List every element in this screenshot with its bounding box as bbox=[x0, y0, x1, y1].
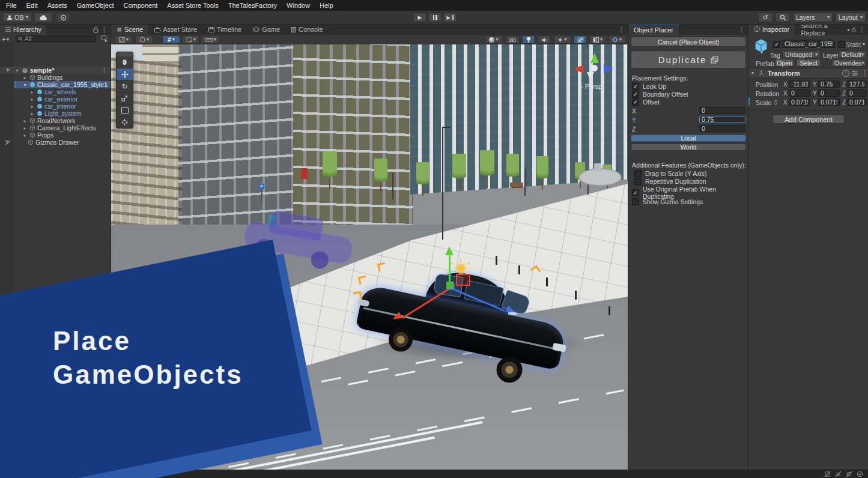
axis-x-cone[interactable] bbox=[574, 65, 583, 73]
scale-link-icon[interactable] bbox=[772, 100, 779, 105]
snap-increment-button[interactable]: ▾ bbox=[202, 35, 220, 44]
tab-asset-store[interactable]: Asset Store bbox=[149, 24, 203, 35]
camera-view-button[interactable]: ▾ bbox=[589, 35, 606, 44]
scene-viewport[interactable]: P bbox=[111, 44, 628, 470]
2d-toggle-button[interactable]: 2D bbox=[505, 35, 520, 44]
tab-overflow-arrow[interactable]: ▸ bbox=[848, 27, 850, 32]
prefab-overrides-dropdown[interactable]: Overrides▾ bbox=[831, 59, 866, 67]
menu-assets[interactable]: Assets bbox=[47, 2, 67, 9]
tab-inspector[interactable]: ⓘ Inspector bbox=[748, 24, 795, 35]
transform-kebab[interactable]: ⋮ bbox=[861, 70, 868, 76]
tab-hierarchy[interactable]: Hierarchy bbox=[0, 24, 47, 35]
static-dropdown-caret[interactable]: ▾ bbox=[863, 42, 865, 47]
check-boundary-offset[interactable]: ✓ Boundary Offset bbox=[632, 91, 688, 98]
hierarchy-item-car-exterior[interactable]: ▸ car_exterior bbox=[14, 95, 111, 103]
scene-picker-icon[interactable] bbox=[102, 35, 108, 42]
gizmo-y-arrow[interactable] bbox=[445, 246, 454, 255]
tab-search-replace[interactable]: Search & Replace bbox=[795, 24, 848, 35]
layout-dropdown[interactable]: Layout▾ bbox=[836, 13, 866, 22]
prefab-open-button[interactable]: Open bbox=[775, 59, 794, 67]
active-checkbox[interactable]: ✓ bbox=[773, 41, 780, 48]
scale-tool-button[interactable] bbox=[117, 92, 133, 104]
hierarchy-item-gizmos-drawer[interactable]: Gizmos Drawer bbox=[14, 139, 111, 146]
pointer-icon[interactable] bbox=[5, 67, 11, 73]
position-z-input[interactable] bbox=[847, 80, 867, 88]
menu-file[interactable]: File bbox=[6, 2, 17, 9]
cloud-button[interactable] bbox=[34, 13, 52, 22]
scene-effects-button[interactable]: ▾ bbox=[553, 35, 571, 44]
tab-game[interactable]: Game bbox=[247, 24, 286, 35]
help-icon[interactable]: ? bbox=[842, 70, 849, 77]
tag-dropdown[interactable]: Untagged▾ bbox=[782, 50, 821, 58]
presets-icon[interactable] bbox=[852, 70, 858, 76]
scene-tab-kebab[interactable]: ⋮ bbox=[618, 26, 625, 33]
hierarchy-item-camera-lighteffects[interactable]: ▸ Camera_LightEffects bbox=[14, 124, 111, 132]
offset-x-input[interactable] bbox=[699, 107, 745, 114]
check-show-gizmo-settings[interactable]: Show Gizmo Settings bbox=[632, 198, 703, 205]
pivot-rotation-button[interactable]: ▾ bbox=[135, 35, 153, 44]
space-world-button[interactable]: World bbox=[631, 144, 746, 151]
rect-tool-button[interactable] bbox=[117, 104, 133, 116]
scale-x-input[interactable] bbox=[789, 98, 810, 106]
hierarchy-menu-kebab[interactable]: ⋮ bbox=[101, 26, 108, 33]
hierarchy-search-input[interactable]: All bbox=[16, 35, 96, 42]
hidden-objects-button[interactable] bbox=[574, 35, 587, 44]
hierarchy-item-props[interactable]: ▸ Props bbox=[14, 132, 111, 139]
tool-handle-button[interactable]: ▾ bbox=[115, 35, 133, 44]
cancel-place-object-button[interactable]: Cancel (Place Object) bbox=[631, 37, 746, 47]
duplicate-button[interactable]: Duplicate bbox=[631, 50, 746, 68]
prefab-select-button[interactable]: Select bbox=[797, 59, 821, 67]
move-tool-button[interactable] bbox=[117, 68, 133, 80]
hierarchy-item-classic-car[interactable]: ▾ Classic_car_1955_style1 › bbox=[14, 81, 111, 88]
pickability-off-icon[interactable] bbox=[4, 139, 11, 146]
check-look-up[interactable]: ✓ Look Up bbox=[632, 83, 666, 90]
hierarchy-scene-row[interactable]: ▾ sample* ⋮ bbox=[0, 67, 111, 74]
status-ok-icon[interactable] bbox=[857, 471, 863, 477]
axis-neg-cone[interactable] bbox=[587, 72, 594, 80]
palette-drag-handle[interactable] bbox=[117, 52, 133, 56]
gameobject-name-input[interactable] bbox=[782, 40, 835, 48]
static-checkbox[interactable] bbox=[838, 41, 845, 48]
collab-target-button[interactable] bbox=[56, 13, 70, 22]
persp-label[interactable]: ‹ Persp bbox=[581, 83, 602, 90]
add-component-button[interactable]: Add Component bbox=[772, 115, 845, 124]
axis-z-cone[interactable] bbox=[604, 64, 613, 73]
axis-y-cone[interactable] bbox=[590, 53, 599, 63]
rotation-x-input[interactable] bbox=[789, 89, 810, 97]
layers-dropdown[interactable]: Layers▾ bbox=[793, 13, 833, 22]
status-refresh-off-icon[interactable] bbox=[846, 471, 852, 477]
check-offset[interactable]: ✓ Offset bbox=[632, 98, 660, 106]
hand-tool-button[interactable] bbox=[117, 56, 133, 68]
shading-mode-button[interactable]: ▾ bbox=[485, 35, 503, 44]
menu-edit[interactable]: Edit bbox=[26, 2, 38, 9]
menu-help[interactable]: Help bbox=[320, 2, 333, 9]
offset-z-input[interactable] bbox=[699, 125, 745, 132]
gizmos-button[interactable]: ▾ bbox=[609, 35, 625, 44]
check-drag-to-scale[interactable]: Drag to Scale (Y Axis) bbox=[634, 170, 707, 177]
position-x-input[interactable] bbox=[789, 80, 810, 88]
transform-header[interactable]: ▾ Transform ? ⋮ bbox=[748, 68, 868, 79]
layer-dropdown[interactable]: Default▾ bbox=[839, 50, 866, 58]
scene-lighting-button[interactable] bbox=[522, 35, 535, 44]
gizmo-plane-handle[interactable] bbox=[456, 274, 470, 286]
menu-window[interactable]: Window bbox=[287, 2, 310, 9]
pause-button[interactable] bbox=[428, 13, 442, 22]
scale-z-input[interactable] bbox=[847, 98, 867, 106]
check-repetitive-duplication[interactable]: Repetitive Duplication bbox=[634, 178, 706, 185]
placer-kebab[interactable]: ⋮ bbox=[738, 26, 745, 33]
hierarchy-item-light-system[interactable]: ▸ Light_system bbox=[14, 110, 111, 117]
hierarchy-item-car-interior[interactable]: ▸ car_interior bbox=[14, 103, 111, 110]
prefab-open-arrow[interactable]: › bbox=[106, 82, 108, 88]
gizmo-center[interactable] bbox=[591, 65, 598, 71]
gizmo-center-handle[interactable] bbox=[446, 282, 454, 289]
search-button[interactable] bbox=[775, 13, 790, 22]
hierarchy-item-buildings[interactable]: ▸ Buildings bbox=[14, 74, 111, 81]
play-button[interactable]: ▶ bbox=[413, 13, 426, 22]
status-fog-off-icon[interactable] bbox=[835, 471, 842, 477]
scale-y-input[interactable] bbox=[818, 98, 840, 106]
hierarchy-item-roadnetwork[interactable]: ▸ RoadNetwork bbox=[14, 117, 111, 124]
rotation-z-input[interactable] bbox=[847, 89, 867, 97]
step-button[interactable]: ▶ bbox=[443, 13, 457, 22]
grid-visibility-button[interactable]: # ▾ bbox=[162, 35, 180, 44]
menu-gameobject[interactable]: GameObject bbox=[77, 2, 114, 9]
